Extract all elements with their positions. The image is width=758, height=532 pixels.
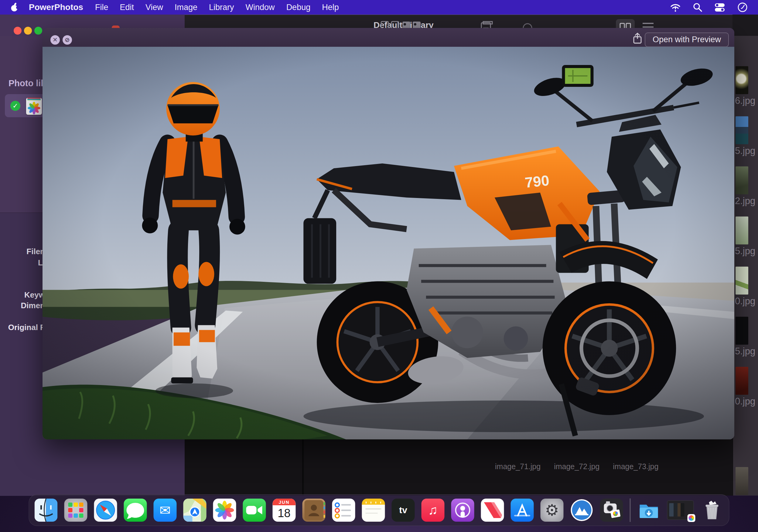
dock: ✉ JUN 18 tv ♫ ⚙ — [29, 494, 730, 526]
info-label-filename: Filen — [0, 247, 45, 256]
thumbnail-label: 2.jpg — [735, 196, 758, 207]
dock-powerphotos-icon[interactable] — [600, 499, 623, 522]
info-label-original-file: Original F — [0, 323, 45, 332]
dock-trash-icon[interactable] — [701, 499, 724, 522]
thumbnail-label: 5.jpg — [735, 146, 758, 156]
thumbnail[interactable] — [736, 216, 748, 245]
calendar-month-label: JUN — [273, 499, 296, 505]
dock-divider — [630, 498, 631, 522]
open-with-preview-button[interactable]: Open with Preview — [645, 32, 729, 47]
thumbnail[interactable] — [736, 66, 748, 94]
checkmark-icon: ✓ — [10, 101, 20, 111]
info-label-keywords: Keyw — [0, 290, 45, 300]
dock-settings-icon[interactable]: ⚙ — [540, 499, 564, 522]
dock-reminders-icon[interactable] — [332, 499, 355, 522]
dock-music-icon[interactable]: ♫ — [422, 499, 445, 522]
thumbnail-label: 5.jpg — [735, 346, 758, 357]
control-center-icon[interactable] — [714, 2, 725, 12]
grid-filename[interactable]: image_73.jpg — [613, 462, 658, 471]
dock-appstore-icon[interactable] — [511, 499, 534, 522]
dock-finder-icon[interactable] — [35, 499, 58, 522]
thumbnail-label: 5.jpg — [735, 246, 758, 256]
appletv-label: tv — [399, 505, 407, 515]
menu-app-name[interactable]: PowerPhotos — [29, 2, 83, 12]
quicklook-photo: 790 — [43, 47, 734, 439]
calendar-day-label: 18 — [273, 505, 296, 521]
zoom-window-button[interactable] — [34, 27, 42, 35]
thumbnail[interactable] — [736, 367, 748, 395]
search-icon[interactable] — [693, 3, 702, 12]
menu-help[interactable]: Help — [322, 3, 339, 12]
clock-icon[interactable] — [737, 2, 748, 13]
dock-appletv-icon[interactable]: tv — [392, 499, 415, 522]
wifi-alert-icon[interactable] — [670, 2, 681, 12]
share-icon[interactable] — [632, 32, 643, 44]
dock-mountain-app-icon[interactable] — [570, 499, 593, 522]
thumbnail[interactable] — [736, 317, 748, 345]
menu-file[interactable]: File — [95, 3, 108, 12]
dock-downloads-folder-icon[interactable] — [637, 499, 661, 522]
thumbnail[interactable] — [736, 267, 748, 294]
thumbnail-strip: 6.jpg 5.jpg 2.jpg 5.jpg 0.jpg 5.jpg 0.jp… — [733, 36, 758, 496]
thumbnail[interactable] — [736, 467, 748, 495]
thumbnail-label: 0.jpg — [735, 396, 758, 407]
minimized-window-content — [669, 503, 684, 516]
menu-view[interactable]: View — [146, 3, 163, 12]
dock-news-icon[interactable] — [481, 499, 504, 522]
menu-image[interactable]: Image — [175, 3, 197, 12]
dock-notes-icon[interactable] — [362, 499, 385, 522]
dock-photos-icon[interactable] — [213, 499, 236, 522]
dock-minimized-window-icon[interactable] — [667, 500, 694, 520]
quicklook-titlebar: ✕ ⊘ Open with Preview — [43, 28, 734, 47]
dock-messages-icon[interactable] — [124, 499, 147, 522]
dock-maps-icon[interactable] — [184, 499, 207, 522]
music-note-glyph: ♫ — [428, 503, 438, 517]
dock-safari-icon[interactable] — [94, 499, 117, 522]
dock-facetime-icon[interactable] — [243, 499, 266, 522]
sidebar-header: Photo lib — [9, 78, 46, 88]
photos-badge-icon — [688, 514, 696, 522]
dock-podcasts-icon[interactable] — [451, 499, 474, 522]
thumbnail[interactable] — [736, 166, 748, 194]
grid-filename[interactable]: image_72.jpg — [554, 462, 600, 471]
thumbnail-label: 0.jpg — [735, 296, 758, 307]
dock-mail-icon[interactable]: ✉ — [154, 499, 177, 522]
quicklook-close-button[interactable]: ✕ — [51, 35, 60, 45]
grid-filename[interactable]: image_71.jpg — [495, 462, 540, 471]
quicklook-fullscreen-button[interactable]: ⊘ — [62, 35, 72, 45]
dock-launchpad-icon[interactable] — [64, 499, 87, 522]
info-label-library: Li — [0, 258, 45, 268]
close-window-button[interactable] — [14, 27, 21, 35]
menu-edit[interactable]: Edit — [120, 3, 134, 12]
gear-glyph: ⚙ — [545, 501, 559, 519]
menu-bar: PowerPhotos File Edit View Image Library… — [0, 0, 758, 15]
mail-envelope-glyph: ✉ — [159, 503, 171, 518]
dock-contacts-icon[interactable] — [302, 499, 326, 522]
minimize-window-button[interactable] — [24, 27, 32, 35]
menu-debug[interactable]: Debug — [286, 3, 311, 12]
thumbnail-label: 6.jpg — [735, 95, 758, 106]
menu-window[interactable]: Window — [246, 3, 275, 12]
quicklook-window: ✕ ⊘ Open with Preview — [43, 28, 734, 439]
apple-menu-icon[interactable] — [10, 2, 19, 12]
menu-library[interactable]: Library — [209, 3, 234, 12]
photos-library-icon — [26, 98, 42, 115]
dock-calendar-icon[interactable]: JUN 18 — [273, 499, 296, 522]
info-label-dimensions: Dimen — [0, 301, 45, 310]
thumbnail[interactable] — [736, 116, 748, 144]
